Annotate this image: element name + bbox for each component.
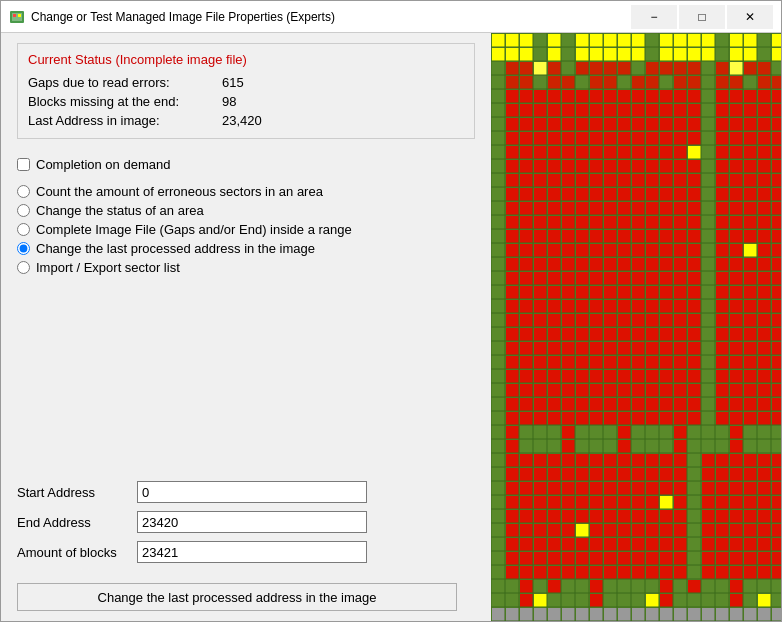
maximize-button[interactable]: □ [679,5,725,29]
svg-rect-2 [13,14,16,17]
completion-checkbox[interactable] [17,158,30,171]
gaps-value: 615 [222,75,244,90]
radio-complete-label: Complete Image File (Gaps and/or End) in… [36,222,352,237]
radio-row-complete[interactable]: Complete Image File (Gaps and/or End) in… [17,222,475,237]
blocks-label: Blocks missing at the end: [28,94,218,109]
radio-group: Count the amount of erroneous sectors in… [17,184,475,275]
status-title: Current Status (Incomplete image file) [28,52,464,67]
end-address-input[interactable] [137,511,367,533]
action-button[interactable]: Change the last processed address in the… [17,583,457,611]
address-label: Last Address in image: [28,113,218,128]
radio-import-export[interactable] [17,261,30,274]
radio-status[interactable] [17,204,30,217]
gaps-label: Gaps due to read errors: [28,75,218,90]
radio-change-address-label: Change the last processed address in the… [36,241,315,256]
blocks-value: 98 [222,94,236,109]
amount-blocks-row: Amount of blocks [17,541,475,563]
fields-section: Start Address End Address Amount of bloc… [17,471,475,611]
completion-checkbox-row[interactable]: Completion on demand [17,157,475,172]
radio-complete[interactable] [17,223,30,236]
amount-blocks-input[interactable] [137,541,367,563]
start-address-row: Start Address [17,481,475,503]
radio-row-status[interactable]: Change the status of an area [17,203,475,218]
radio-count-label: Count the amount of erroneous sectors in… [36,184,323,199]
svg-rect-3 [18,14,21,17]
radio-change-address[interactable] [17,242,30,255]
radio-status-label: Change the status of an area [36,203,204,218]
left-panel: Current Status (Incomplete image file) G… [1,33,491,621]
radio-count[interactable] [17,185,30,198]
window-body: Current Status (Incomplete image file) G… [1,33,781,621]
radio-row-count[interactable]: Count the amount of erroneous sectors in… [17,184,475,199]
amount-blocks-label: Amount of blocks [17,545,127,560]
radio-row-import-export[interactable]: Import / Export sector list [17,260,475,275]
main-window: Change or Test Managed Image File Proper… [0,0,782,622]
right-panel [491,33,781,621]
radio-import-export-label: Import / Export sector list [36,260,180,275]
grid-visualization [491,33,781,621]
window-controls: − □ ✕ [631,5,773,29]
status-row-gaps: Gaps due to read errors: 615 [28,73,464,92]
close-button[interactable]: ✕ [727,5,773,29]
end-address-label: End Address [17,515,127,530]
start-address-input[interactable] [137,481,367,503]
title-bar: Change or Test Managed Image File Proper… [1,1,781,33]
status-row-blocks: Blocks missing at the end: 98 [28,92,464,111]
minimize-button[interactable]: − [631,5,677,29]
radio-row-change-address[interactable]: Change the last processed address in the… [17,241,475,256]
status-group: Current Status (Incomplete image file) G… [17,43,475,139]
title-bar-text: Change or Test Managed Image File Proper… [31,10,631,24]
end-address-row: End Address [17,511,475,533]
status-row-address: Last Address in image: 23,420 [28,111,464,130]
window-icon [9,9,25,25]
start-address-label: Start Address [17,485,127,500]
completion-label: Completion on demand [36,157,170,172]
address-value: 23,420 [222,113,262,128]
